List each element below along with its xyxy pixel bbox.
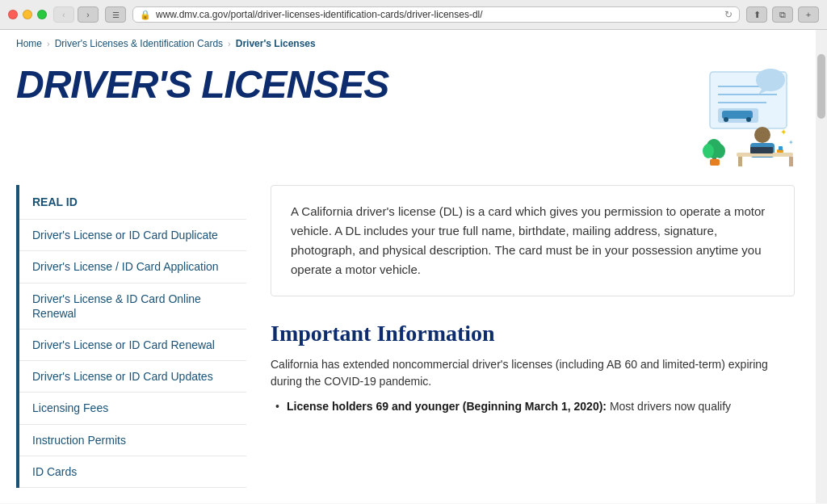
- svg-rect-13: [738, 157, 742, 166]
- important-section: Important Information California has ext…: [271, 313, 795, 415]
- page-content: Home › Driver's Licenses & Identificatio…: [0, 30, 827, 503]
- sidebar-item-dl-id-online-renewal[interactable]: Driver's License & ID Card Online Renewa…: [19, 284, 246, 330]
- sidebar-item-id-cards[interactable]: ID Cards: [19, 456, 246, 488]
- browser-chrome: ‹ › ☰ 🔒 www.dmv.ca.gov/portal/driver-lic…: [0, 0, 827, 30]
- forward-button[interactable]: ›: [78, 6, 99, 23]
- hero-section: DRIVER'S LICENSES: [16, 56, 811, 185]
- maximize-button[interactable]: [37, 10, 47, 19]
- breadcrumb-parent[interactable]: Driver's Licenses & Identification Cards: [55, 38, 223, 49]
- breadcrumb-sep-2: ›: [228, 39, 231, 48]
- svg-text:✦: ✦: [780, 128, 787, 136]
- illustration-svg: ✦ ✦: [649, 64, 811, 169]
- important-title: Important Information: [271, 321, 795, 346]
- page-title: DRIVER'S LICENSES: [16, 64, 388, 107]
- browser-titlebar: ‹ › ☰ 🔒 www.dmv.ca.gov/portal/driver-lic…: [0, 0, 827, 29]
- svg-rect-22: [779, 146, 783, 150]
- breadcrumb-sep-1: ›: [47, 39, 50, 48]
- lock-icon: 🔒: [140, 10, 151, 20]
- sidebar-item-dl-id-application[interactable]: Driver's License / ID Card Application: [19, 251, 246, 283]
- bullet-text: Most drivers now qualify: [610, 400, 731, 413]
- scrollbar[interactable]: [816, 30, 827, 503]
- reload-icon[interactable]: ↻: [724, 9, 733, 20]
- svg-point-10: [754, 127, 770, 143]
- sidebar-toggle-button[interactable]: ☰: [105, 6, 126, 23]
- add-tab-button[interactable]: +: [798, 6, 819, 23]
- main-content: A California driver's license (DL) is a …: [271, 185, 811, 488]
- svg-point-18: [703, 144, 714, 158]
- svg-rect-14: [789, 157, 793, 166]
- svg-point-19: [714, 144, 725, 158]
- sidebar-item-licensing-fees[interactable]: Licensing Fees: [19, 393, 246, 424]
- new-tab-button[interactable]: ⧉: [772, 6, 793, 23]
- nav-buttons: ‹ ›: [53, 6, 99, 23]
- sidebar-item-dl-id-renewal[interactable]: Driver's License or ID Card Renewal: [19, 330, 246, 361]
- main-layout: REAL ID Driver's License or ID Card Dupl…: [16, 185, 811, 488]
- address-bar[interactable]: 🔒 www.dmv.ca.gov/portal/driver-licenses-…: [132, 6, 740, 23]
- breadcrumb: Home › Driver's Licenses & Identificatio…: [16, 30, 811, 56]
- close-button[interactable]: [8, 10, 18, 19]
- browser-actions: ⬆ ⧉ +: [746, 6, 819, 23]
- svg-point-8: [756, 69, 785, 91]
- back-button[interactable]: ‹: [53, 6, 74, 23]
- svg-point-6: [724, 117, 728, 122]
- page-wrapper: Home › Driver's Licenses & Identificatio…: [0, 30, 827, 503]
- svg-text:✦: ✦: [788, 139, 794, 146]
- intro-text: A California driver's license (DL) is a …: [271, 185, 795, 296]
- sidebar: REAL ID Driver's License or ID Card Dupl…: [16, 185, 246, 488]
- svg-rect-15: [750, 147, 773, 153]
- minimize-button[interactable]: [23, 10, 32, 19]
- sidebar-item-dl-id-duplicate[interactable]: Driver's License or ID Card Duplicate: [19, 220, 246, 251]
- breadcrumb-current: Driver's Licenses: [236, 38, 316, 49]
- breadcrumb-home[interactable]: Home: [16, 38, 42, 49]
- hero-illustration: ✦ ✦: [649, 64, 811, 169]
- bullet-item-1: License holders 69 and younger (Beginnin…: [271, 398, 795, 415]
- share-button[interactable]: ⬆: [746, 6, 767, 23]
- sidebar-item-dl-id-updates[interactable]: Driver's License or ID Card Updates: [19, 361, 246, 393]
- scrollbar-thumb[interactable]: [817, 54, 825, 119]
- svg-point-7: [746, 117, 751, 122]
- traffic-lights: [8, 10, 47, 19]
- bullet-bold-label: License holders 69 and younger (Beginnin…: [287, 400, 607, 413]
- url-text: www.dmv.ca.gov/portal/driver-licenses-id…: [156, 9, 720, 20]
- sidebar-item-real-id[interactable]: REAL ID: [19, 185, 246, 220]
- sidebar-item-instruction-permits[interactable]: Instruction Permits: [19, 425, 246, 456]
- svg-rect-20: [710, 159, 720, 166]
- important-desc: California has extended noncommercial dr…: [271, 356, 795, 390]
